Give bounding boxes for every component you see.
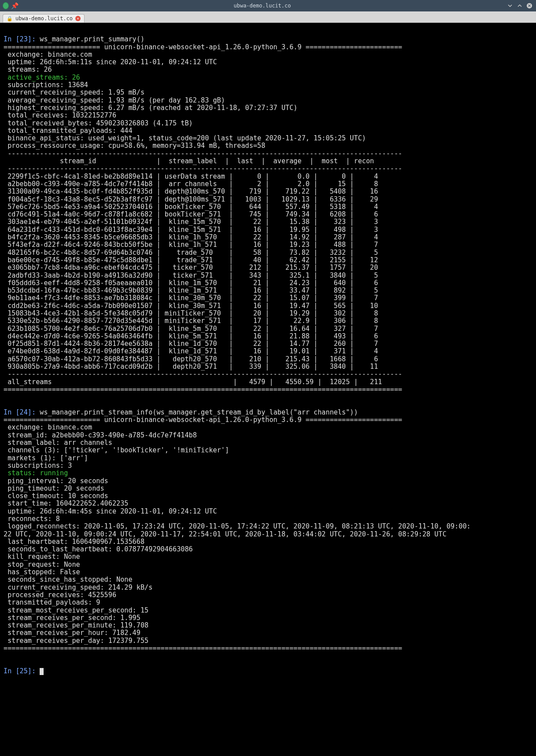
lock-icon: 🔒 <box>7 16 13 22</box>
window-title: ubwa-demo.lucit.co <box>18 3 507 9</box>
close-icon[interactable] <box>526 3 532 9</box>
tab-bar: 🔒 ubwa-demo.lucit.co × <box>0 11 536 23</box>
window-titlebar: 📌 ubwa-demo.lucit.co <box>0 0 536 11</box>
pin-icon[interactable]: 📌 <box>11 3 18 9</box>
tab-label: ubwa-demo.lucit.co <box>15 15 73 22</box>
maximize-icon[interactable] <box>517 3 523 9</box>
tab-close-icon[interactable]: × <box>75 16 81 21</box>
app-icon <box>3 3 9 9</box>
minimize-icon[interactable] <box>507 3 513 9</box>
browser-tab[interactable]: 🔒 ubwa-demo.lucit.co × <box>3 14 85 22</box>
terminal-output[interactable]: In [23]: ws_manager.print_summary() ====… <box>0 23 536 756</box>
